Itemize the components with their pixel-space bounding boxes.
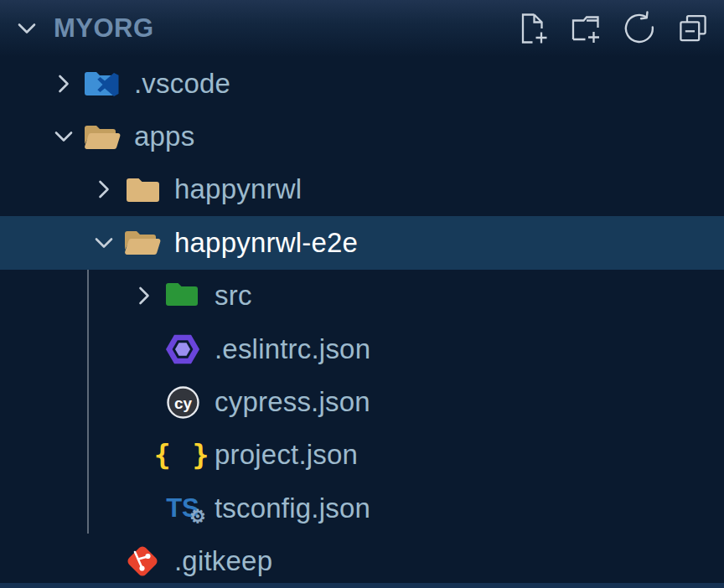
tree-item-label: project.json xyxy=(215,439,358,471)
tree-item-label: src xyxy=(215,280,252,312)
tree-item-happynrwl[interactable]: happynrwl xyxy=(0,163,724,216)
json-braces-icon: { } xyxy=(163,435,202,475)
tree-item-src[interactable]: src xyxy=(0,270,724,322)
tree-item-happynrwl-e2e[interactable]: happynrwl-e2e xyxy=(0,216,724,269)
tree-item-label: cypress.json xyxy=(215,386,370,418)
tree-item-apps[interactable]: apps xyxy=(0,110,724,162)
new-folder-icon[interactable] xyxy=(566,9,605,48)
chevron-down-icon[interactable] xyxy=(10,16,44,41)
refresh-icon[interactable] xyxy=(620,9,659,48)
tree-item-label: .vscode xyxy=(134,68,230,100)
folder-closed-icon xyxy=(123,169,162,209)
tree-item-tsconfig-json[interactable]: TS⚙ tsconfig.json xyxy=(0,482,724,534)
eslint-icon xyxy=(163,329,202,369)
tree-item-gitkeep[interactable]: .gitkeep xyxy=(0,535,724,588)
typescript-icon: TS⚙ xyxy=(163,488,202,529)
svg-text:cy: cy xyxy=(173,394,192,411)
git-icon xyxy=(123,541,162,581)
tree-item-label: tsconfig.json xyxy=(215,493,370,524)
tree-item-cypress-json[interactable]: cy cypress.json xyxy=(0,375,724,428)
explorer-sidebar: MYORG .vscode apps xyxy=(0,0,724,588)
collapse-all-icon[interactable] xyxy=(674,9,712,48)
tree-item-project-json[interactable]: { } project.json xyxy=(0,429,724,482)
src-folder-icon xyxy=(163,276,202,316)
tree-item-label: happynrwl xyxy=(174,173,302,205)
chevron-right-icon[interactable] xyxy=(84,177,123,202)
folder-open-icon xyxy=(123,223,162,263)
tree-item-label: happynrwl-e2e xyxy=(174,227,358,259)
section-title: MYORG xyxy=(54,13,513,44)
new-file-icon[interactable] xyxy=(513,9,551,48)
vscode-folder-icon xyxy=(83,64,122,104)
tree-item-label: .gitkeep xyxy=(174,545,272,577)
tree-item-label: .eslintrc.json xyxy=(215,333,370,365)
tree-item-eslintrc-json[interactable]: .eslintrc.json xyxy=(0,322,724,375)
chevron-right-icon[interactable] xyxy=(124,283,163,308)
bottom-strip xyxy=(0,583,724,588)
cypress-icon: cy xyxy=(163,382,202,422)
tree-item-label: apps xyxy=(134,121,194,152)
chevron-down-icon[interactable] xyxy=(44,124,83,149)
folder-open-icon xyxy=(83,116,122,157)
file-tree: .vscode apps happynrwl happynrwl-e2e xyxy=(0,57,724,588)
tree-item-vscode[interactable]: .vscode xyxy=(0,57,724,110)
chevron-right-icon[interactable] xyxy=(44,71,83,96)
explorer-section-header[interactable]: MYORG xyxy=(0,0,724,57)
header-actions xyxy=(513,9,716,48)
chevron-down-icon[interactable] xyxy=(84,230,123,255)
